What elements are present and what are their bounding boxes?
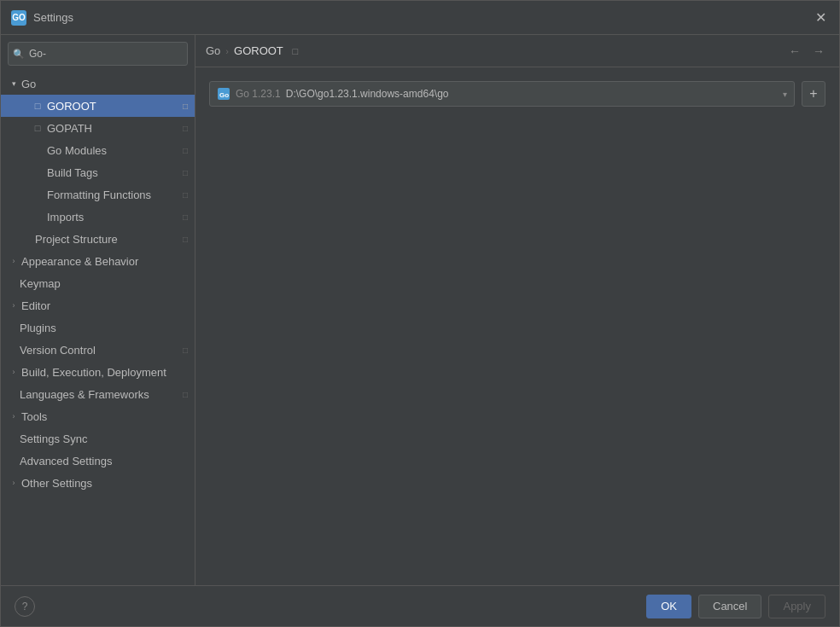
sidebar-item-appearance-behavior[interactable]: › Appearance & Behavior [1, 250, 195, 272]
version-control-pin-icon: □ [183, 345, 188, 355]
sidebar-item-label-formatting-functions: Formatting Functions [47, 189, 179, 201]
sidebar-item-label-project-structure: Project Structure [35, 233, 179, 246]
help-icon: ? [22, 601, 28, 612]
sidebar-item-tools[interactable]: › Tools [1, 405, 195, 427]
sidebar-item-go[interactable]: ▾ Go [1, 73, 195, 95]
folder-icon-build-tags [32, 166, 44, 178]
sidebar-item-label-go-modules: Go Modules [47, 144, 179, 157]
sidebar-item-label-imports: Imports [47, 211, 179, 224]
expand-arrow-tools: › [8, 410, 20, 422]
nav-arrows: ← → [785, 41, 829, 61]
expand-arrow-other: › [8, 477, 20, 489]
breadcrumb-bar: Go › GOROOT □ ← → [195, 35, 839, 67]
breadcrumb-separator: › [225, 46, 229, 56]
sidebar-item-label-version-control: Version Control [20, 344, 179, 357]
title-bar: GO Settings ✕ [1, 1, 839, 35]
folder-icon-goroot: □ [32, 100, 44, 112]
footer: ? OK Cancel Apply [1, 585, 839, 626]
expand-arrow-editor: › [8, 299, 20, 311]
expand-arrow-build: › [8, 366, 20, 378]
search-icon: 🔍 [13, 49, 25, 60]
sidebar-item-label-gopath: GOPATH [47, 122, 179, 135]
sidebar-item-formatting-functions[interactable]: Formatting Functions □ [1, 183, 195, 206]
nav-back-button[interactable]: ← [785, 41, 805, 61]
sidebar-item-label-go: Go [21, 78, 188, 90]
languages-frameworks-pin-icon: □ [183, 390, 188, 399]
svg-text:Go: Go [219, 91, 229, 99]
folder-icon-go-modules [32, 144, 44, 156]
cancel-button[interactable]: Cancel [698, 595, 761, 618]
breadcrumb: Go › GOROOT □ [206, 44, 302, 58]
search-box: 🔍 [8, 42, 188, 66]
main-panel: Go › GOROOT □ ← → Go [195, 35, 839, 585]
apply-button[interactable]: Apply [768, 595, 825, 618]
add-icon: + [809, 86, 817, 102]
ok-button[interactable]: OK [646, 595, 691, 618]
expand-arrow-go: ▾ [8, 78, 20, 90]
sdk-icon: Go [217, 87, 230, 101]
sidebar-item-settings-sync[interactable]: Settings Sync [1, 427, 195, 450]
imports-pin-icon: □ [183, 212, 188, 222]
sidebar-item-build-execution-deployment[interactable]: › Build, Execution, Deployment [1, 361, 195, 383]
breadcrumb-parent: Go [206, 44, 220, 57]
sdk-dropdown-icon: ▾ [783, 90, 787, 99]
folder-icon-imports [32, 211, 44, 223]
folder-icon-project-structure [20, 233, 32, 245]
nav-forward-button[interactable]: → [808, 41, 829, 61]
help-button[interactable]: ? [15, 596, 35, 617]
sidebar-item-languages-frameworks[interactable]: Languages & Frameworks □ [1, 383, 195, 405]
sidebar-item-gopath[interactable]: □ GOPATH □ [1, 117, 195, 139]
goroot-pin-icon: □ [183, 102, 188, 111]
sidebar-item-label-plugins: Plugins [20, 322, 188, 334]
sidebar-item-keymap[interactable]: Keymap [1, 272, 195, 294]
goroot-row: Go Go 1.23.1 D:\GO\go1.23.1.windows-amd6… [209, 81, 825, 107]
sdk-version: Go 1.23.1 [236, 88, 281, 100]
search-input[interactable] [8, 42, 188, 66]
sidebar-item-label-settings-sync: Settings Sync [20, 433, 188, 445]
sidebar-item-label-other-settings: Other Settings [21, 477, 188, 490]
sidebar-item-build-tags[interactable]: Build Tags □ [1, 161, 195, 183]
main-content: 🔍 ▾ Go □ GOROOT □ □ GOPATH [1, 35, 839, 585]
sidebar-item-imports[interactable]: Imports □ [1, 206, 195, 228]
sidebar-item-label-goroot: GOROOT [47, 100, 179, 113]
sidebar-item-label-tools: Tools [21, 410, 188, 423]
app-icon: GO [11, 10, 26, 26]
sidebar-item-go-modules[interactable]: Go Modules □ [1, 139, 195, 161]
sidebar-item-advanced-settings[interactable]: Advanced Settings [1, 450, 195, 472]
add-sdk-button[interactable]: + [802, 81, 825, 107]
project-structure-pin-icon: □ [183, 235, 188, 244]
build-tags-pin-icon: □ [183, 168, 188, 177]
sidebar-item-version-control[interactable]: Version Control □ [1, 339, 195, 361]
folder-icon-gopath: □ [32, 122, 44, 134]
dialog-title: Settings [33, 11, 812, 24]
sidebar-item-other-settings[interactable]: › Other Settings [1, 472, 195, 494]
sidebar-item-label-build-tags: Build Tags [47, 166, 179, 179]
formatting-functions-pin-icon: □ [183, 190, 188, 200]
sidebar-item-label-keymap: Keymap [20, 277, 188, 290]
sidebar-item-goroot[interactable]: □ GOROOT □ [1, 95, 195, 117]
go-modules-pin-icon: □ [183, 146, 188, 155]
sidebar-item-project-structure[interactable]: Project Structure □ [1, 228, 195, 250]
sidebar-item-label-appearance-behavior: Appearance & Behavior [21, 255, 188, 268]
folder-icon-formatting-functions [32, 189, 44, 200]
sidebar-item-label-build-execution-deployment: Build, Execution, Deployment [21, 366, 188, 379]
settings-dialog: GO Settings ✕ 🔍 ▾ Go □ GOROOT [0, 0, 840, 627]
nav-tree: ▾ Go □ GOROOT □ □ GOPATH □ [1, 73, 195, 585]
sdk-path: D:\GO\go1.23.1.windows-amd64\go [286, 88, 783, 100]
sidebar-item-label-advanced-settings: Advanced Settings [20, 455, 188, 467]
sidebar-item-label-languages-frameworks: Languages & Frameworks [20, 388, 179, 401]
breadcrumb-current: GOROOT [234, 44, 283, 57]
breadcrumb-pin-icon: □ [289, 44, 302, 58]
sidebar-item-plugins[interactable]: Plugins [1, 316, 195, 339]
gopath-pin-icon: □ [183, 124, 188, 133]
sdk-selector[interactable]: Go Go 1.23.1 D:\GO\go1.23.1.windows-amd6… [209, 81, 795, 107]
close-button[interactable]: ✕ [812, 9, 829, 26]
sidebar-item-label-editor: Editor [21, 299, 188, 312]
expand-arrow-appearance: › [8, 255, 20, 267]
sidebar-item-editor[interactable]: › Editor [1, 294, 195, 316]
sidebar: 🔍 ▾ Go □ GOROOT □ □ GOPATH [1, 35, 195, 585]
panel-content: Go Go 1.23.1 D:\GO\go1.23.1.windows-amd6… [195, 67, 839, 585]
